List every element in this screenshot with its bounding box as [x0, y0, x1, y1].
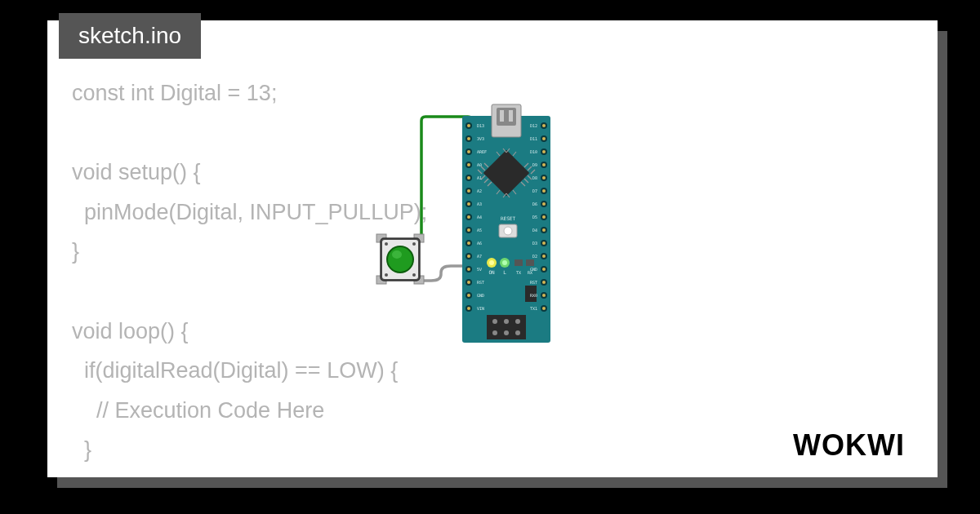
svg-point-104	[492, 319, 497, 324]
svg-point-38	[467, 255, 470, 258]
svg-text:AREF: AREF	[477, 149, 487, 154]
tx-led-icon	[514, 259, 523, 266]
svg-text:A2: A2	[477, 188, 482, 193]
svg-point-107	[492, 330, 497, 335]
brand-logo: WOKWI	[793, 428, 905, 463]
svg-point-63	[542, 189, 546, 193]
svg-text:D3: D3	[532, 241, 537, 246]
svg-text:3V3: 3V3	[477, 136, 484, 141]
svg-point-28	[467, 124, 470, 127]
svg-text:A6: A6	[477, 241, 482, 246]
svg-text:D8: D8	[532, 175, 537, 180]
brand-name: WOKWI	[793, 428, 905, 462]
svg-point-109	[515, 330, 520, 335]
code-line: if(digitalRead(Digital) == LOW) {	[72, 358, 398, 383]
svg-point-6	[385, 242, 388, 246]
svg-text:RST: RST	[530, 280, 537, 285]
svg-point-65	[542, 215, 546, 219]
svg-point-62	[542, 176, 546, 179]
svg-point-67	[542, 241, 546, 245]
svg-text:VIN: VIN	[477, 306, 484, 311]
wire-gray	[421, 266, 466, 281]
svg-point-70	[542, 281, 546, 284]
svg-rect-73	[497, 108, 516, 126]
svg-text:GND: GND	[477, 293, 484, 298]
svg-point-102	[502, 260, 507, 265]
svg-point-68	[542, 255, 546, 258]
svg-point-98	[504, 227, 512, 235]
svg-text:D4: D4	[532, 228, 537, 233]
svg-rect-75	[509, 110, 513, 122]
svg-text:D2: D2	[532, 254, 537, 259]
svg-point-8	[385, 273, 388, 277]
svg-point-7	[412, 242, 416, 246]
svg-text:D12: D12	[530, 123, 537, 128]
svg-point-34	[467, 202, 470, 206]
svg-point-41	[467, 294, 470, 297]
svg-text:A7: A7	[477, 254, 482, 259]
svg-point-69	[542, 268, 546, 271]
svg-point-71	[542, 294, 546, 297]
code-line: const int Digital = 13;	[72, 81, 277, 105]
svg-point-36	[467, 228, 470, 232]
code-line: // Execution Code Here	[72, 398, 324, 423]
builtin-led-icon	[500, 258, 510, 268]
svg-point-35	[467, 215, 470, 219]
power-led-icon	[487, 258, 497, 268]
svg-text:D11: D11	[530, 136, 537, 141]
svg-point-59	[542, 137, 546, 140]
svg-point-72	[542, 307, 546, 310]
svg-text:D10: D10	[530, 149, 537, 154]
arduino-nano-board[interactable]: RESET ON L TX RX	[462, 104, 550, 343]
svg-point-10	[388, 247, 412, 272]
file-tab[interactable]: sketch.ino	[59, 13, 201, 59]
svg-point-66	[542, 228, 546, 232]
reset-button[interactable]	[499, 224, 517, 237]
svg-point-64	[542, 202, 546, 206]
svg-point-42	[467, 307, 470, 310]
svg-text:D7: D7	[532, 188, 537, 193]
svg-text:RST: RST	[477, 280, 484, 285]
svg-point-106	[515, 319, 520, 324]
tab-filename: sketch.ino	[78, 23, 181, 48]
icsp-header-icon	[487, 315, 526, 339]
svg-text:D13: D13	[477, 123, 484, 128]
svg-point-37	[467, 241, 470, 245]
circuit-diagram[interactable]: RESET ON L TX RX	[374, 98, 652, 359]
svg-point-100	[489, 260, 494, 265]
svg-point-11	[392, 250, 402, 259]
svg-text:D6: D6	[532, 202, 537, 206]
svg-rect-103	[487, 315, 526, 339]
svg-text:GND: GND	[530, 267, 537, 272]
svg-text:A3: A3	[477, 202, 482, 206]
svg-text:A1: A1	[477, 175, 482, 180]
svg-point-105	[504, 319, 509, 324]
svg-rect-74	[500, 110, 504, 122]
reset-label: RESET	[501, 215, 515, 221]
svg-point-40	[467, 281, 470, 284]
svg-text:D5: D5	[532, 215, 537, 219]
code-line: }	[72, 239, 79, 264]
tx-label: TX	[516, 270, 521, 275]
on-label: ON	[488, 269, 495, 275]
pushbutton-component[interactable]	[376, 234, 424, 284]
svg-point-29	[467, 137, 470, 140]
code-line: void loop() {	[72, 319, 189, 343]
svg-text:A5: A5	[477, 228, 482, 233]
rx-led-icon	[526, 259, 534, 266]
svg-point-61	[542, 163, 546, 166]
svg-point-30	[467, 150, 470, 153]
svg-point-58	[542, 124, 546, 127]
svg-point-60	[542, 150, 546, 153]
svg-text:A4: A4	[477, 215, 482, 219]
svg-text:D9: D9	[532, 162, 537, 167]
svg-point-32	[467, 176, 470, 179]
svg-text:TX1: TX1	[530, 306, 537, 311]
svg-text:5V: 5V	[477, 267, 482, 272]
editor-card: const int Digital = 13; void setup() { p…	[47, 20, 938, 477]
svg-point-9	[412, 273, 416, 277]
svg-text:RX0: RX0	[530, 293, 537, 298]
svg-point-31	[467, 163, 470, 166]
code-line: }	[72, 437, 91, 462]
l-label: L	[503, 269, 506, 275]
